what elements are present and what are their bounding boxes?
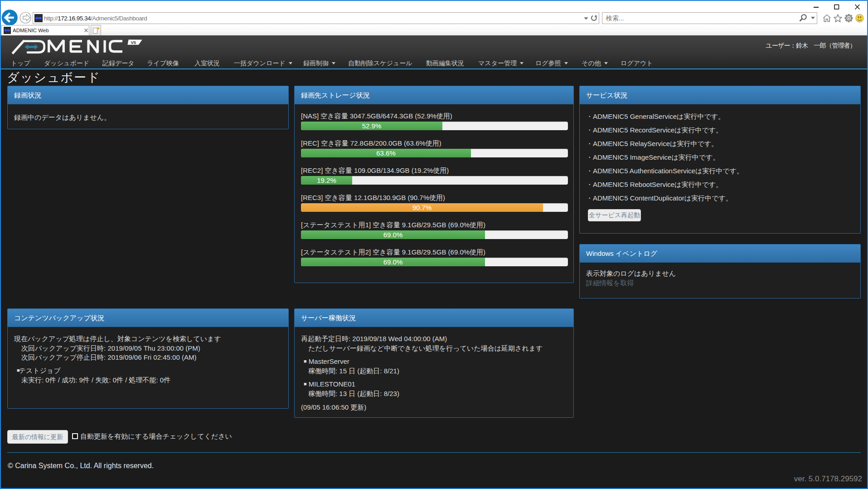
svg-text:V5: V5 (131, 40, 136, 45)
